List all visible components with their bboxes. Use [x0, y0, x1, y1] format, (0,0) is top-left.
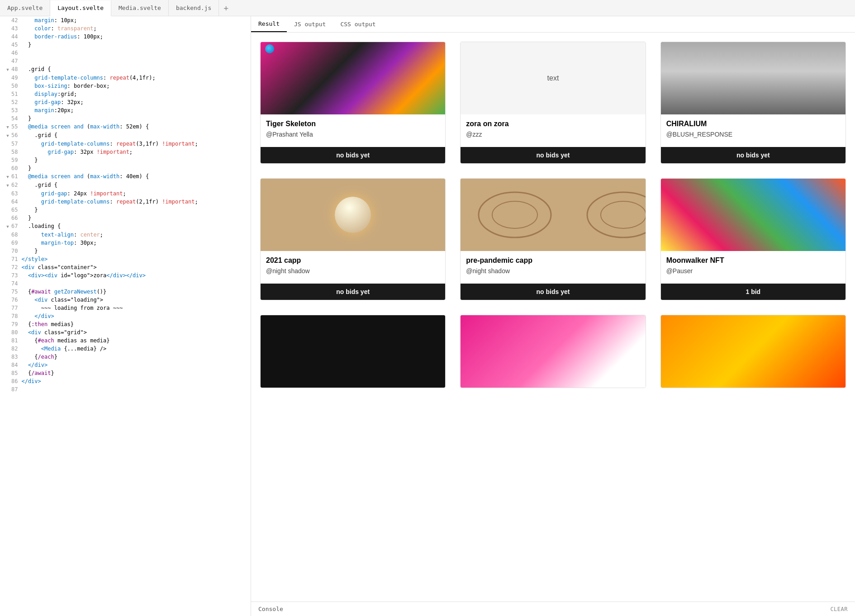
code-line: 62 .grid {: [0, 181, 251, 190]
nft-bid[interactable]: no bids yet: [461, 147, 645, 163]
code-line: 48 .grid {: [0, 65, 251, 74]
tab-layout-svelte[interactable]: Layout.svelte: [50, 0, 111, 16]
nft-bid[interactable]: no bids yet: [461, 284, 645, 300]
line-content: <div class="container">: [21, 263, 251, 271]
nft-title: zora on zora: [466, 120, 640, 128]
line-number: 73: [0, 271, 21, 280]
line-number: 67: [0, 222, 21, 231]
main-layout: 42 margin: 10px;43 color: transparent;44…: [0, 16, 855, 616]
code-editor-pane[interactable]: 42 margin: 10px;43 color: transparent;44…: [0, 16, 251, 616]
nft-info: pre-pandemic capp@night shadow: [461, 251, 645, 284]
line-content: }: [21, 41, 251, 49]
code-line: 55 @media screen and (max-width: 52em) {: [0, 123, 251, 131]
nft-bid[interactable]: no bids yet: [661, 147, 846, 163]
line-number: 71: [0, 255, 21, 263]
line-number: 80: [0, 328, 21, 336]
line-number: 57: [0, 140, 21, 148]
line-number: 68: [0, 231, 21, 239]
tab-js-output[interactable]: JS output: [287, 16, 333, 32]
line-number: 48: [0, 65, 21, 74]
nft-card-tiger-skeleton[interactable]: Tiger Skeleton@Prashant Yellano bids yet: [260, 42, 446, 164]
tab-media-svelte[interactable]: Media.svelte: [111, 0, 169, 16]
nft-bid[interactable]: no bids yet: [261, 147, 445, 163]
line-number: 65: [0, 206, 21, 214]
line-number: 72: [0, 263, 21, 271]
line-number: 51: [0, 90, 21, 98]
nft-title: Tiger Skeleton: [266, 120, 440, 128]
nft-image-bottom-1: [261, 315, 445, 388]
code-line: 71</style>: [0, 255, 251, 263]
line-content: <div><div id="logo">zora</div></div>: [21, 271, 251, 280]
tab-backend-js[interactable]: backend.js: [169, 0, 219, 16]
code-line: 82 <Media {...media} />: [0, 345, 251, 353]
line-content: [21, 57, 251, 65]
tab-css-output[interactable]: CSS output: [333, 16, 383, 32]
line-content: </div>: [21, 377, 251, 385]
line-number: 45: [0, 41, 21, 49]
line-content: }: [21, 114, 251, 123]
line-number: 74: [0, 280, 21, 288]
nft-card-pre-pandemic-capp[interactable]: pre-pandemic capp@night shadowno bids ye…: [460, 178, 646, 300]
line-number: 64: [0, 198, 21, 206]
line-number: 53: [0, 106, 21, 114]
code-lines: 42 margin: 10px;43 color: transparent;44…: [0, 16, 251, 393]
code-line: 45 }: [0, 41, 251, 49]
line-content: [21, 49, 251, 57]
line-number: 79: [0, 320, 21, 328]
console-clear-button[interactable]: CLEAR: [830, 606, 848, 612]
line-number: 50: [0, 82, 21, 90]
line-number: 87: [0, 385, 21, 393]
nft-card-2021-capp[interactable]: 2021 capp@night shadowno bids yet: [260, 178, 446, 300]
line-number: 59: [0, 156, 21, 164]
nft-author: @Prashant Yella: [266, 131, 440, 138]
line-number: 60: [0, 164, 21, 172]
code-line: 64 grid-template-columns: repeat(2,1fr) …: [0, 198, 251, 206]
line-content: grid-template-columns: repeat(3,1fr) !im…: [21, 140, 251, 148]
nft-image-2021-capp: [261, 179, 445, 251]
nft-author: @night shadow: [266, 267, 440, 275]
line-number: 46: [0, 49, 21, 57]
code-line: 61 @media screen and (max-width: 40em) {: [0, 172, 251, 181]
add-tab-button[interactable]: +: [219, 0, 233, 16]
line-content: display:grid;: [21, 90, 251, 98]
tab-app-svelte[interactable]: App.svelte: [0, 0, 50, 16]
line-content: </div>: [21, 312, 251, 320]
code-line: 51 display:grid;: [0, 90, 251, 98]
line-number: 42: [0, 16, 21, 24]
tab-result[interactable]: Result: [251, 16, 287, 32]
nft-card-bottom-1[interactable]: [260, 315, 446, 388]
line-number: 58: [0, 148, 21, 156]
nft-image-moonwalker-nft: [661, 179, 846, 251]
line-number: 78: [0, 312, 21, 320]
nft-bid[interactable]: 1 bid: [661, 284, 846, 300]
code-line: 63 grid-gap: 24px !important;: [0, 190, 251, 198]
line-content: {#await getZoraNewest()}: [21, 288, 251, 296]
line-content: text-align: center;: [21, 231, 251, 239]
nft-card-bottom-3[interactable]: [660, 315, 846, 388]
nft-info: 2021 capp@night shadow: [261, 251, 445, 284]
nft-card-zora-on-zora[interactable]: textzora on zora@zzzno bids yet: [460, 42, 646, 164]
nft-info: Moonwalker NFT@Pauser: [661, 251, 846, 284]
nft-card-chiralium[interactable]: CHIRALIUM@BLUSH_RESPONSEno bids yet: [660, 42, 846, 164]
nft-card-bottom-2[interactable]: [460, 315, 646, 388]
line-content: margin-top: 30px;: [21, 239, 251, 247]
code-line: 54 }: [0, 114, 251, 123]
tab-bar: App.svelte Layout.svelte Media.svelte ba…: [0, 0, 855, 16]
line-content: grid-gap: 32px;: [21, 98, 251, 106]
line-number: 43: [0, 24, 21, 33]
nft-card-moonwalker-nft[interactable]: Moonwalker NFT@Pauser1 bid: [660, 178, 846, 300]
nft-info: CHIRALIUM@BLUSH_RESPONSE: [661, 114, 846, 147]
code-line: 57 grid-template-columns: repeat(3,1fr) …: [0, 140, 251, 148]
line-number: 83: [0, 353, 21, 361]
line-number: 84: [0, 361, 21, 369]
line-number: 47: [0, 57, 21, 65]
line-number: 69: [0, 239, 21, 247]
code-line: 46: [0, 49, 251, 57]
line-content: ~~~ loading from zora ~~~: [21, 304, 251, 312]
nft-author: @Pauser: [666, 267, 840, 275]
line-content: }: [21, 206, 251, 214]
line-content: border-radius: 100px;: [21, 33, 251, 41]
nft-info: zora on zora@zzz: [461, 114, 645, 147]
code-line: 49 grid-template-columns: repeat(4,1fr);: [0, 74, 251, 82]
nft-bid[interactable]: no bids yet: [261, 284, 445, 300]
